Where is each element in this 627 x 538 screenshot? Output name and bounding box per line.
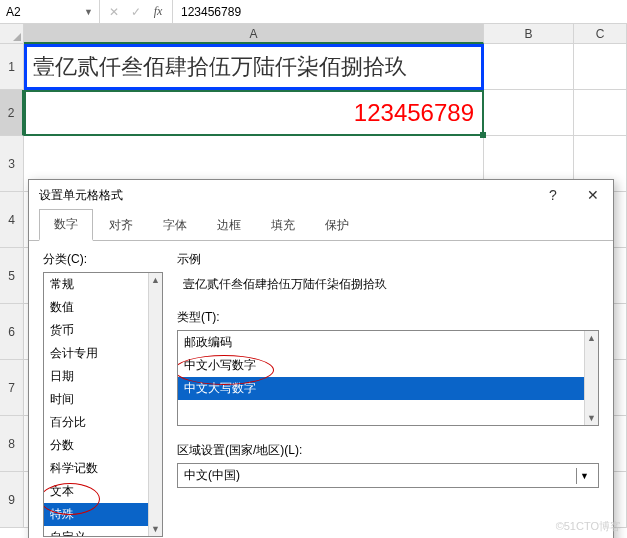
category-list[interactable]: 常规 数值 货币 会计专用 日期 时间 百分比 分数 科学记数 文本 特殊 自定… [43, 272, 163, 537]
tab-alignment[interactable]: 对齐 [95, 211, 147, 240]
scroll-up-icon[interactable]: ▲ [149, 273, 162, 287]
sample-label: 示例 [177, 251, 599, 268]
category-item[interactable]: 日期 [44, 365, 162, 388]
name-box-value: A2 [6, 5, 21, 19]
row-header-9[interactable]: 9 [0, 472, 24, 528]
close-button[interactable]: ✕ [573, 180, 613, 210]
category-item[interactable]: 常规 [44, 273, 162, 296]
category-item[interactable]: 货币 [44, 319, 162, 342]
category-item[interactable]: 分数 [44, 434, 162, 457]
right-column: 示例 壹亿贰仟叁佰肆拾伍万陆仟柒佰捌拾玖 类型(T): 邮政编码 中文小写数字 … [177, 251, 599, 534]
category-item[interactable]: 自定义 [44, 526, 162, 537]
dialog-titlebar[interactable]: 设置单元格格式 ? ✕ [29, 180, 613, 210]
format-cells-dialog: 设置单元格格式 ? ✕ 数字 对齐 字体 边框 填充 保护 分类(C): 常规 … [28, 179, 614, 538]
cell-A2-value: 123456789 [354, 99, 474, 127]
row-header-3[interactable]: 3 [0, 136, 24, 192]
type-list[interactable]: 邮政编码 中文小写数字 中文大写数字 ▲ ▼ [177, 330, 599, 426]
cell-A2[interactable]: 123456789 [24, 90, 484, 136]
category-item[interactable]: 百分比 [44, 411, 162, 434]
help-button[interactable]: ? [533, 180, 573, 210]
row-header-5[interactable]: 5 [0, 248, 24, 304]
name-box[interactable]: A2 ▼ [0, 0, 100, 23]
chevron-down-icon[interactable]: ▼ [576, 468, 592, 484]
formula-bar-buttons: ✕ ✓ fx [100, 0, 173, 23]
category-item[interactable]: 数值 [44, 296, 162, 319]
category-item[interactable]: 科学记数 [44, 457, 162, 480]
row-header-8[interactable]: 8 [0, 416, 24, 472]
row-header-4[interactable]: 4 [0, 192, 24, 248]
row-header-2[interactable]: 2 [0, 90, 24, 136]
scroll-up-icon[interactable]: ▲ [585, 331, 598, 345]
watermark: ©51CTO博客 [556, 519, 621, 534]
dialog-tabs: 数字 对齐 字体 边框 填充 保护 [29, 210, 613, 240]
tab-border[interactable]: 边框 [203, 211, 255, 240]
cancel-icon: ✕ [106, 5, 122, 19]
type-item-selected[interactable]: 中文大写数字 [178, 377, 598, 400]
type-item[interactable]: 中文小写数字 [178, 354, 598, 377]
region-value: 中文(中国) [184, 467, 240, 484]
column-header-A[interactable]: A [24, 24, 484, 44]
row-header-6[interactable]: 6 [0, 304, 24, 360]
worksheet: A B C 1 2 3 4 5 6 7 8 9 壹亿贰仟叁佰肆拾伍万陆仟柒佰捌拾… [0, 24, 627, 538]
tab-protection[interactable]: 保护 [311, 211, 363, 240]
cell-A1-value: 壹亿贰仟叁佰肆拾伍万陆仟柒佰捌拾玖 [33, 52, 407, 82]
tab-fill[interactable]: 填充 [257, 211, 309, 240]
row-header-1[interactable]: 1 [0, 44, 24, 90]
region-select[interactable]: 中文(中国) ▼ [177, 463, 599, 488]
select-all-corner[interactable] [0, 24, 24, 44]
category-item-selected[interactable]: 特殊 [44, 503, 162, 526]
formula-input[interactable]: 123456789 [173, 0, 627, 23]
tab-number[interactable]: 数字 [39, 209, 93, 241]
column-header-B[interactable]: B [484, 24, 574, 44]
fx-icon[interactable]: fx [150, 4, 166, 19]
sample-value: 壹亿贰仟叁佰肆拾伍万陆仟柒佰捌拾玖 [177, 272, 599, 297]
formula-bar: A2 ▼ ✕ ✓ fx 123456789 [0, 0, 627, 24]
enter-icon: ✓ [128, 5, 144, 19]
row-headers: 1 2 3 4 5 6 7 8 9 [0, 44, 24, 528]
formula-value: 123456789 [181, 5, 241, 19]
row-header-7[interactable]: 7 [0, 360, 24, 416]
chevron-down-icon[interactable]: ▼ [84, 7, 93, 17]
scroll-down-icon[interactable]: ▼ [149, 522, 162, 536]
category-scrollbar[interactable]: ▲ ▼ [148, 273, 162, 536]
type-item[interactable]: 邮政编码 [178, 331, 598, 354]
column-headers: A B C [24, 24, 627, 44]
category-label: 分类(C): [43, 251, 163, 268]
region-label: 区域设置(国家/地区)(L): [177, 442, 599, 459]
dialog-title: 设置单元格格式 [39, 187, 123, 204]
type-label: 类型(T): [177, 309, 599, 326]
dialog-body: 分类(C): 常规 数值 货币 会计专用 日期 时间 百分比 分数 科学记数 文… [29, 240, 613, 538]
column-header-C[interactable]: C [574, 24, 627, 44]
tab-font[interactable]: 字体 [149, 211, 201, 240]
category-item[interactable]: 会计专用 [44, 342, 162, 365]
category-item[interactable]: 文本 [44, 480, 162, 503]
category-item[interactable]: 时间 [44, 388, 162, 411]
scroll-down-icon[interactable]: ▼ [585, 411, 598, 425]
cell-A1[interactable]: 壹亿贰仟叁佰肆拾伍万陆仟柒佰捌拾玖 [24, 44, 484, 90]
category-column: 分类(C): 常规 数值 货币 会计专用 日期 时间 百分比 分数 科学记数 文… [43, 251, 163, 534]
type-scrollbar[interactable]: ▲ ▼ [584, 331, 598, 425]
